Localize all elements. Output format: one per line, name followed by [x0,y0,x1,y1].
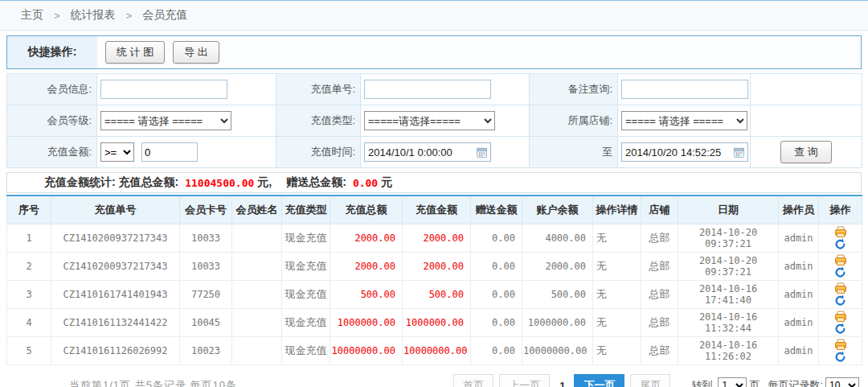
cell-gift: 0.00 [471,281,522,309]
amount-operator-select[interactable]: >= [100,142,134,162]
breadcrumb-reports[interactable]: 统计报表 [71,8,116,23]
breadcrumb-member-recharge[interactable]: 会员充值 [142,8,187,23]
cell-card: 10045 [180,309,232,337]
column-header: 充值单号 [51,196,180,224]
refresh-icon[interactable] [834,323,846,335]
column-header: 充值金额 [403,196,471,224]
to-label: 至 [530,137,618,168]
pagination-info: 当前第1/1页 共5条记录 每页10条 [69,378,237,387]
column-header: 日期 [678,196,779,224]
refresh-icon[interactable] [834,266,846,278]
print-icon[interactable] [834,282,847,294]
column-header: 会员姓名 [232,196,282,224]
cell-type: 现金充值 [282,309,330,337]
search-button[interactable]: 查 询 [780,141,832,163]
calendar-icon[interactable] [734,147,744,158]
breadcrumb-separator: > [54,10,60,22]
next-page-button[interactable]: 下一页 [574,374,624,387]
time-from-input[interactable]: 2014/10/1 0:00:00 [364,142,491,162]
cell-total: 10000000.00 [330,337,403,365]
refresh-icon[interactable] [834,238,846,250]
cell-type: 现金充值 [282,253,330,281]
print-icon[interactable] [834,339,847,351]
cell-card: 77250 [180,281,232,309]
summary-total-unit: 元, [257,175,272,190]
member-level-select[interactable]: ===== 请选择 ===== [100,111,231,130]
goto-page-select[interactable]: 1 [718,377,747,387]
cell-name [232,281,282,309]
breadcrumb: 主页 > 统计报表 > 会员充值 [0,1,868,31]
cell-operations [819,309,862,337]
table-row: 1CZ141020093721734310033现金充值2000.002000.… [7,224,862,253]
summary-total-label: 充值金额统计: 充值总金额: [44,175,178,190]
cell-order: CZ1410161126026992 [51,337,180,365]
print-icon[interactable] [834,311,847,323]
cell-operations [819,337,862,365]
cell-type: 现金充值 [282,281,330,309]
pagesize-label: 每页记录数: [768,378,823,387]
cell-operator: admin [779,224,819,253]
first-page-button[interactable]: 首页 [453,374,493,387]
cell-no: 2 [7,253,51,281]
cell-no: 1 [7,224,51,253]
member-info-input[interactable] [100,80,227,99]
cell-type: 现金充值 [282,224,330,253]
calendar-icon[interactable] [477,147,487,158]
cell-shop: 总部 [641,281,678,309]
shop-select[interactable]: ===== 请选择 ===== [621,111,747,130]
breadcrumb-home[interactable]: 主页 [21,8,43,23]
recharge-no-input[interactable] [364,80,491,99]
time-to-value: 2014/10/20 14:52:25 [625,146,721,159]
print-icon[interactable] [834,254,847,266]
member-level-label: 会员等级: [7,105,97,137]
pagesize-select[interactable]: 10 [825,377,859,387]
cell-detail: 无 [593,337,641,365]
cell-name [232,337,282,365]
remark-input[interactable] [621,80,748,99]
export-button[interactable]: 导 出 [173,41,219,64]
cell-total: 2000.00 [330,253,403,281]
cell-date: 2014-10-20 09:37:21 [678,224,779,253]
column-header: 序号 [7,196,51,224]
last-page-button[interactable]: 尾页 [630,374,670,387]
cell-detail: 无 [593,309,641,337]
table-row: 4CZ141016113244142210045现金充值1000000.0010… [7,309,862,337]
current-page-number: 1 [559,380,565,387]
cell-amount: 1000000.00 [403,309,471,337]
table-row: 3CZ141016174140194377250现金充值500.00500.00… [7,281,862,309]
time-from-value: 2014/10/1 0:00:00 [368,146,452,159]
cell-operator: admin [779,253,819,281]
cell-type: 现金充值 [282,337,330,365]
breadcrumb-separator: > [126,10,133,22]
refresh-icon[interactable] [834,351,846,363]
chart-button[interactable]: 统 计 图 [105,41,165,64]
print-icon[interactable] [834,226,847,238]
cell-shop: 总部 [641,224,678,253]
column-header: 会员卡号 [180,196,232,224]
quick-operations-bar: 快捷操作: 统 计 图 导 出 [6,35,862,69]
cell-balance: 1000000.00 [522,309,593,337]
cell-operator: admin [779,337,819,365]
cell-order: CZ1410200937217343 [51,253,180,281]
cell-operator: admin [779,281,819,309]
refresh-icon[interactable] [834,294,846,307]
cell-total: 2000.00 [330,224,403,253]
column-header: 操作员 [779,196,819,224]
cell-card: 10023 [180,337,232,365]
table-row: 2CZ141020093721734310033现金充值2000.002000.… [7,253,862,281]
remark-label: 备注查询: [530,74,618,105]
recharge-type-select[interactable]: =====请选择===== [364,111,495,130]
cell-operations [819,281,862,309]
goto-suffix: 页 [749,378,760,387]
shop-label: 所属店铺: [530,105,618,137]
cell-total: 500.00 [330,281,403,309]
amount-input[interactable] [141,142,198,162]
table-row: 5CZ141016112602699210023现金充值10000000.001… [7,337,862,365]
time-to-input[interactable]: 2014/10/20 14:52:25 [621,142,748,162]
prev-page-button[interactable]: 上一页 [499,374,550,387]
cell-gift: 0.00 [471,224,522,253]
recharge-table: 序号充值单号会员卡号会员姓名充值类型充值总额充值金额赠送金额账户余额操作详情店铺… [6,195,862,365]
column-header: 账户余额 [522,196,593,224]
filter-form: 会员信息: 充值单号: 备注查询: 会员等级: ===== 请选择 ===== … [6,73,862,168]
recharge-no-label: 充值单号: [276,74,361,105]
